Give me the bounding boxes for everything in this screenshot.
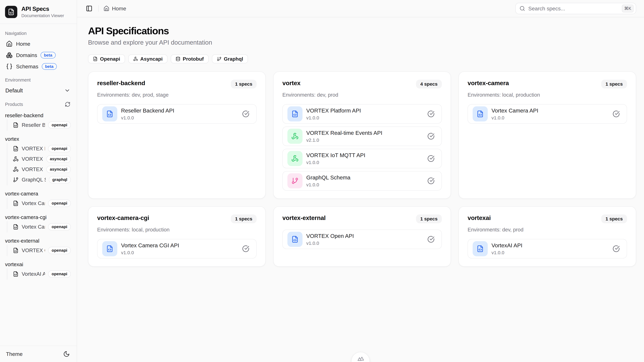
product-card-vortex: vortex4 specsEnvironments: dev, prodVORT…	[273, 71, 451, 199]
spec-item[interactable]: VORTEX Real-time Events APIv2.1.0	[282, 126, 442, 146]
file-code-icon	[13, 224, 18, 230]
theme-label: Theme	[6, 351, 23, 357]
sidebar-spec-item[interactable]: VORTEX Op...openapi	[13, 246, 71, 255]
file-code-icon	[102, 241, 117, 256]
spec-item[interactable]: VortexAI APIv1.0.0	[468, 239, 627, 259]
spec-item-list: Vortex Camera CGI APIv1.0.0	[97, 239, 256, 259]
filter-button-openapi[interactable]: Openapi	[88, 54, 125, 63]
spec-item-list: VORTEX Open APIv1.0.0	[282, 230, 442, 249]
card-title: vortex	[282, 80, 300, 87]
product-group-label[interactable]: vortex-camera	[5, 190, 72, 198]
sidebar-toggle-button[interactable]	[84, 4, 94, 13]
check-circle-icon	[612, 245, 620, 252]
product-group-label[interactable]: vortex-external	[5, 237, 72, 245]
spec-type-badge: asyncapi	[46, 155, 71, 162]
sidebar-spec-item[interactable]: GraphQL Sc...graphql	[13, 175, 71, 184]
search-shortcut-kbd: ⌘K	[622, 4, 634, 12]
sidebar-spec-item[interactable]: Vortex Cam...openapi	[13, 223, 71, 231]
specs-count-badge: 1 specs	[416, 214, 442, 223]
database-icon	[176, 56, 180, 61]
spec-item-version: v1.0.0	[121, 115, 238, 120]
search-box[interactable]: ⌘K	[516, 3, 636, 14]
file-code-icon	[13, 248, 18, 253]
sidebar-spec-item[interactable]: VortexAI APIopenapi	[13, 270, 71, 278]
spec-item-texts: VORTEX Real-time Events APIv2.1.0	[306, 130, 424, 143]
spec-item[interactable]: GraphQL Schemav1.0.0	[282, 171, 442, 191]
card-header: vortex4 specs	[282, 80, 442, 88]
spec-type-badge: openapi	[48, 200, 71, 207]
product-group-label[interactable]: vortexai	[5, 261, 72, 268]
filter-button-protobuf[interactable]: Protobuf	[171, 54, 208, 63]
webhook-icon	[13, 167, 18, 172]
git-branch-icon	[288, 173, 302, 188]
spec-type-badge: openapi	[48, 223, 71, 230]
product-group-label[interactable]: reseller-backend	[5, 112, 72, 119]
spec-item-list: VORTEX Platform APIv1.0.0VORTEX Real-tim…	[282, 104, 442, 191]
page-content: API Specifications Browse and explore yo…	[77, 17, 644, 362]
sidebar-item-schemas[interactable]: Schemasbeta	[5, 61, 72, 72]
sidebar-item-label: Home	[16, 41, 30, 47]
filter-button-asyncapi[interactable]: Asyncapi	[128, 54, 168, 63]
sidebar-item-label: Schemas	[16, 63, 38, 70]
section-label-products: Products	[5, 102, 23, 107]
card-header: vortexai1 specs	[468, 214, 627, 223]
spec-item-list: Vortex Camera APIv1.0.0	[468, 104, 627, 124]
file-code-icon	[13, 146, 18, 151]
card-environments: Environments: local, production	[468, 92, 627, 98]
spec-item[interactable]: VORTEX Platform APIv1.0.0	[282, 104, 442, 124]
product-group-items: Reseller Bac...openapi	[7, 119, 72, 131]
product-group-vortex-external: vortex-externalVORTEX Op...openapi	[5, 237, 72, 256]
spec-item-version: v1.0.0	[306, 241, 424, 246]
product-group-reseller-backend: reseller-backendReseller Bac...openapi	[5, 112, 72, 131]
card-header: reseller-backend1 specs	[97, 80, 256, 88]
sidebar-body: Navigation HomeDomainsbetaSchemasbeta En…	[0, 24, 77, 346]
sidebar-spec-item[interactable]: Vortex Cam...openapi	[13, 199, 71, 208]
spec-item[interactable]: VORTEX Open APIv1.0.0	[282, 230, 442, 249]
spec-item[interactable]: Vortex Camera APIv1.0.0	[468, 104, 627, 124]
refresh-icon[interactable]	[65, 101, 70, 107]
specs-count-badge: 4 specs	[416, 80, 442, 88]
sidebar-item-home[interactable]: Home	[5, 38, 72, 49]
spec-type-filters: OpenapiAsyncapiProtobufGraphql	[88, 54, 636, 63]
file-code-icon	[472, 106, 488, 121]
home-icon	[6, 40, 12, 47]
product-group-items: VORTEX Pla...openapiVORTEX Re...asyncapi…	[7, 143, 72, 185]
product-cards-grid: reseller-backend1 specsEnvironments: dev…	[88, 71, 636, 267]
breadcrumb-home-label: Home	[112, 5, 126, 12]
spec-item-label: Reseller Bac...	[22, 122, 45, 128]
spec-item-title: Vortex Camera API	[492, 107, 609, 114]
sidebar-item-domains[interactable]: Domainsbeta	[5, 49, 72, 61]
main-area: Home ⌘K API Specifications Browse and ex…	[77, 0, 644, 362]
spec-type-badge: openapi	[48, 121, 71, 128]
nuxt-logo-icon	[356, 355, 364, 362]
sidebar-spec-item[interactable]: Reseller Bac...openapi	[13, 121, 71, 129]
spec-item-texts: VortexAI APIv1.0.0	[492, 242, 609, 255]
check-circle-icon	[427, 110, 434, 117]
product-group-label[interactable]: vortex-camera-cgi	[5, 213, 72, 221]
braces-icon	[6, 63, 12, 70]
spec-item-title: VORTEX Platform API	[306, 107, 424, 114]
theme-toggle-button[interactable]	[63, 351, 70, 357]
page-subtitle: Browse and explore your API documentatio…	[88, 39, 636, 46]
spec-item[interactable]: Vortex Camera CGI APIv1.0.0	[97, 239, 256, 259]
file-code-icon	[472, 241, 488, 256]
file-code-icon	[13, 271, 18, 277]
check-circle-icon	[242, 110, 249, 117]
product-group-items: Vortex Cam...openapi	[7, 221, 72, 233]
spec-item-version: v1.0.0	[306, 182, 424, 187]
sidebar-spec-item[interactable]: VORTEX Io...asyncapi	[13, 165, 71, 174]
sidebar-spec-item[interactable]: VORTEX Pla...openapi	[13, 144, 71, 153]
product-group-label[interactable]: vortex	[5, 135, 72, 143]
spec-item[interactable]: Reseller Backend APIv1.0.0	[97, 104, 256, 124]
search-input[interactable]	[528, 5, 619, 12]
sidebar-spec-item[interactable]: VORTEX Re...asyncapi	[13, 155, 71, 163]
check-circle-icon	[612, 110, 620, 117]
specs-count-badge: 1 specs	[231, 214, 256, 223]
product-card-vortex-external: vortex-external1 specsVORTEX Open APIv1.…	[273, 206, 451, 267]
spec-item[interactable]: VORTEX IoT MQTT APIv1.0.0	[282, 149, 442, 168]
breadcrumb[interactable]: Home	[104, 5, 126, 12]
filter-button-graphql[interactable]: Graphql	[212, 54, 248, 63]
topbar: Home ⌘K	[77, 0, 644, 17]
spec-type-badge: graphql	[49, 176, 71, 183]
environment-select[interactable]: Default	[5, 85, 72, 96]
